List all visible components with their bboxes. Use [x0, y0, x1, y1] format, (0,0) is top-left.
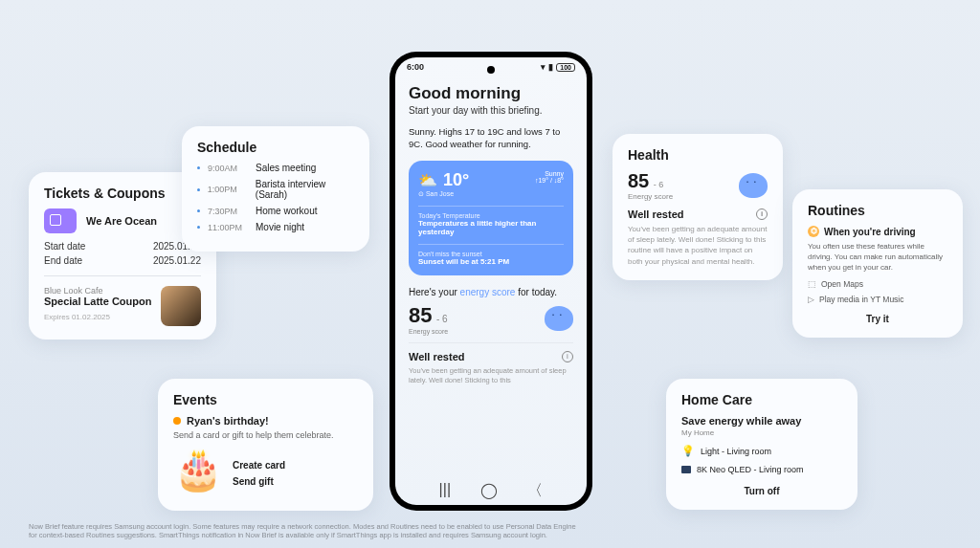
health-desc: You've been getting an adequate amount o… — [628, 224, 768, 267]
bulb-icon: 💡 — [681, 445, 695, 457]
maps-icon: ⬚ — [808, 279, 816, 289]
well-rested-title: Well rested — [409, 351, 465, 362]
routines-title: Routines — [808, 203, 947, 218]
well-rested-desc: You've been getting an adequate amount o… — [409, 366, 573, 386]
health-card: Health 85 - 6 Energy score Well restedi … — [612, 134, 783, 280]
greeting-subtitle: Start your day with this briefing. — [409, 105, 573, 116]
energy-score-row[interactable]: 85 - 6 Energy score — [409, 303, 573, 335]
events-card: Events Ryan's birthday! Send a card or g… — [158, 379, 373, 511]
turn-off-button[interactable]: Turn off — [681, 486, 842, 496]
homecare-sub: My Home — [681, 428, 842, 437]
routine-action: ▷Play media in YT Music — [808, 295, 947, 304]
health-delta: - 6 — [654, 180, 664, 189]
camera-hole — [487, 66, 495, 74]
health-wr-title: Well rested — [628, 208, 684, 220]
nav-home-icon[interactable]: ◯ — [480, 481, 498, 501]
energy-intro: Here's your energy score for today. — [409, 287, 573, 297]
event-subtitle: Send a card or gift to help them celebra… — [173, 430, 358, 440]
driving-icon: ⏣ — [808, 226, 819, 237]
end-value: 2025.01.22 — [153, 255, 201, 266]
tickets-title: Tickets & Coupons — [44, 186, 201, 201]
weather-summary: Sunny. Highs 17 to 19C and lows 7 to 9C.… — [409, 125, 573, 151]
wifi-icon: ▾ — [541, 62, 546, 72]
mood-blob-icon — [739, 173, 768, 198]
mood-blob-icon — [545, 306, 573, 331]
signal-icon: ▮ — [548, 62, 553, 72]
weather-card[interactable]: ⛅10° ⊙ San Jose Sunny ↑19° / ↓8° Today's… — [409, 161, 573, 275]
weather-icon: ⛅ — [418, 171, 437, 189]
send-gift-button[interactable]: Send gift — [233, 476, 285, 487]
phone-frame: 6:00 ▾ ▮ 100 Good morning Start your day… — [390, 52, 592, 511]
battery-icon: 100 — [556, 63, 575, 72]
start-label: Start date — [44, 241, 85, 252]
try-it-button[interactable]: Try it — [808, 314, 947, 324]
event-dot-icon — [173, 417, 181, 425]
routine-desc: You often use these features while drivi… — [808, 241, 947, 274]
weather-condition: Sunny — [535, 170, 564, 177]
cake-icon — [173, 449, 221, 497]
schedule-item[interactable]: 11:00PMMovie night — [197, 222, 354, 232]
nav-recents-icon[interactable]: ||| — [439, 481, 451, 501]
coupon-image — [161, 286, 201, 326]
health-score-label: Energy score — [628, 192, 673, 201]
ticket-item[interactable]: We Are Ocean — [44, 208, 201, 233]
coupon-name: Special Latte Coupon — [44, 296, 153, 307]
ticket-icon — [44, 208, 77, 233]
homecare-title: Home Care — [681, 392, 842, 407]
greeting-heading: Good morning — [409, 84, 573, 103]
schedule-card: Schedule 9:00AMSales meeting 1:00PMBaris… — [182, 126, 369, 252]
divider — [44, 275, 201, 276]
health-title: Health — [628, 147, 768, 163]
schedule-item[interactable]: 9:00AMSales meeting — [197, 163, 354, 173]
create-card-button[interactable]: Create card — [233, 460, 285, 471]
disclaimer-text: Now Brief feature requires Samsung accou… — [29, 522, 578, 541]
coupon-vendor: Blue Look Cafe — [44, 286, 153, 296]
health-score: 85 — [628, 170, 649, 191]
weather-range: ↑19° / ↓8° — [535, 177, 564, 184]
tv-icon — [681, 466, 691, 473]
events-title: Events — [173, 392, 358, 407]
weather-temp: 10° — [443, 170, 469, 190]
energy-score-label: Energy score — [409, 328, 448, 335]
homecare-heading: Save energy while away — [681, 415, 842, 427]
routine-action: ⬚Open Maps — [808, 279, 947, 289]
phone-screen: 6:00 ▾ ▮ 100 Good morning Start your day… — [395, 57, 587, 505]
music-icon: ▷ — [808, 295, 814, 304]
routine-name: When you're driving — [824, 227, 916, 237]
coupon-item[interactable]: Blue Look Cafe Special Latte Coupon Expi… — [44, 286, 201, 326]
routines-card: Routines ⏣When you're driving You often … — [792, 189, 963, 338]
coupon-expiry: Expires 01.02.2025 — [44, 313, 153, 321]
status-time: 6:00 — [407, 62, 424, 72]
info-icon[interactable]: i — [562, 351, 573, 362]
home-care-card: Home Care Save energy while away My Home… — [666, 379, 858, 510]
schedule-item[interactable]: 1:00PMBarista interview (Sarah) — [197, 179, 354, 200]
energy-score-delta: - 6 — [436, 314, 448, 324]
nav-back-icon[interactable]: 〈 — [527, 481, 543, 501]
ticket-name: We Are Ocean — [86, 215, 157, 227]
info-icon[interactable]: i — [756, 208, 768, 220]
schedule-title: Schedule — [197, 140, 354, 155]
energy-score-value: 85 — [409, 303, 432, 327]
event-heading: Ryan's birthday! — [173, 415, 358, 427]
end-label: End date — [44, 255, 82, 266]
device-item[interactable]: 💡Light - Living room — [681, 445, 842, 457]
nav-bar: ||| ◯ 〈 — [395, 481, 587, 501]
schedule-item[interactable]: 7:30PMHome workout — [197, 206, 354, 216]
weather-location: ⊙ San Jose — [418, 190, 469, 198]
device-item[interactable]: 8K Neo QLED - Living room — [681, 465, 842, 474]
